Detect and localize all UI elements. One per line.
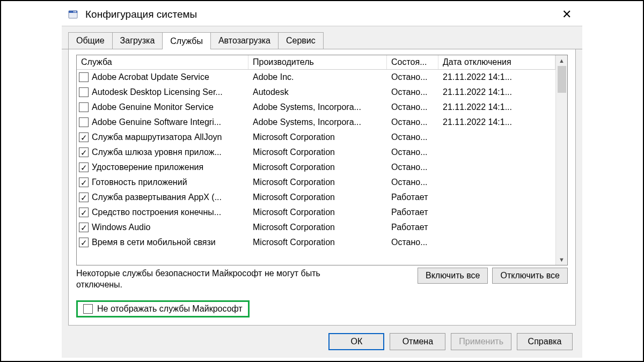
help-button[interactable]: Справка (517, 333, 573, 350)
table-row[interactable]: Autodesk Desktop Licensing Ser...Autodes… (77, 85, 555, 100)
row-checkbox[interactable]: ✓ (79, 162, 89, 172)
scroll-up-icon[interactable]: ▲ (556, 55, 567, 66)
table-row[interactable]: ✓Служба шлюза уровня прилож...Microsoft … (77, 145, 555, 160)
dialog-buttons: ОК Отмена Применить Справка (62, 326, 582, 358)
date-cell: 21.11.2022 14:1... (438, 116, 555, 128)
status-cell: Остано... (387, 146, 438, 158)
enable-all-button[interactable]: Включить все (418, 268, 488, 284)
status-cell: Остано... (387, 86, 438, 98)
tab-startup[interactable]: Автозагрузка (210, 32, 279, 49)
hide-microsoft-label: Не отображать службы Майкрософт (97, 304, 243, 314)
service-name: Время в сети мобильной связи (92, 238, 216, 247)
row-checkbox[interactable]: ✓ (79, 208, 89, 217)
row-checkbox[interactable] (79, 72, 89, 82)
window-title: Конфигурация системы (85, 9, 550, 20)
hide-microsoft-checkbox[interactable]: Не отображать службы Майкрософт (76, 300, 250, 317)
date-cell (438, 136, 555, 138)
status-cell: Остано... (387, 71, 438, 83)
tab-services[interactable]: Службы (162, 32, 211, 49)
close-button[interactable]: ✕ (557, 8, 577, 21)
titlebar: Конфигурация системы ✕ (62, 4, 582, 26)
maker-cell: Adobe Systems, Incorpora... (248, 101, 387, 113)
table-row[interactable]: Adobe Genuine Software Integri...Adobe S… (77, 115, 555, 130)
table-row[interactable]: ✓Windows AudioMicrosoft CorporationРабот… (77, 220, 555, 235)
col-header-status[interactable]: Состоя... (387, 55, 438, 69)
date-cell: 21.11.2022 14:1... (438, 86, 555, 98)
maker-cell: Microsoft Corporation (248, 206, 387, 218)
col-header-date[interactable]: Дата отключения (438, 55, 555, 69)
table-row[interactable]: ✓Удостоверение приложенияMicrosoft Corpo… (77, 160, 555, 175)
maker-cell: Adobe Inc. (248, 71, 387, 83)
table-row[interactable]: ✓Служба маршрутизатора AllJoynMicrosoft … (77, 130, 555, 145)
date-cell (438, 181, 555, 183)
service-name: Служба маршрутизатора AllJoyn (92, 132, 222, 142)
row-checkbox[interactable]: ✓ (79, 178, 89, 187)
date-cell: 21.11.2022 14:1... (438, 101, 555, 113)
date-cell (438, 151, 555, 153)
row-checkbox[interactable] (79, 117, 89, 127)
maker-cell: Microsoft Corporation (248, 221, 387, 233)
table-row[interactable]: Adobe Genuine Monitor ServiceAdobe Syste… (77, 100, 555, 115)
apply-button[interactable]: Применить (451, 333, 511, 350)
app-icon (67, 9, 79, 20)
checkbox-icon[interactable] (83, 304, 93, 314)
scroll-thumb[interactable] (558, 66, 566, 93)
svg-rect-3 (75, 11, 76, 12)
maker-cell: Adobe Systems, Incorpora... (248, 116, 387, 128)
row-checkbox[interactable]: ✓ (79, 147, 89, 157)
tabstrip: Общие Загрузка Службы Автозагрузка Серви… (62, 32, 582, 49)
security-note: Некоторые службы безопасности Майкрософт… (76, 268, 366, 291)
tab-content-services: Служба Производитель Состоя... Дата откл… (68, 49, 576, 326)
service-name: Готовность приложений (92, 178, 187, 187)
service-name: Средство построения конечны... (92, 208, 221, 217)
maker-cell: Microsoft Corporation (248, 237, 387, 248)
status-cell: Остано... (387, 116, 438, 128)
status-cell: Работает (387, 191, 438, 203)
services-rows: Adobe Acrobat Update ServiceAdobe Inc.Ос… (77, 70, 555, 265)
date-cell (438, 226, 555, 228)
cancel-button[interactable]: Отмена (390, 333, 445, 350)
tab-tools[interactable]: Сервис (278, 32, 324, 49)
maker-cell: Microsoft Corporation (248, 176, 387, 188)
status-cell: Работает (387, 221, 438, 233)
table-row[interactable]: Adobe Acrobat Update ServiceAdobe Inc.Ос… (77, 70, 555, 85)
col-header-maker[interactable]: Производитель (248, 55, 387, 69)
service-name: Autodesk Desktop Licensing Ser... (92, 87, 223, 97)
row-checkbox[interactable]: ✓ (79, 223, 89, 232)
row-checkbox[interactable]: ✓ (79, 238, 89, 247)
table-row[interactable]: ✓Время в сети мобильной связиMicrosoft C… (77, 235, 555, 250)
date-cell: 21.11.2022 14:1... (438, 71, 555, 83)
row-checkbox[interactable]: ✓ (79, 132, 89, 142)
date-cell (438, 241, 555, 243)
status-cell: Остано... (387, 161, 438, 173)
date-cell (438, 196, 555, 198)
services-listview: Служба Производитель Состоя... Дата откл… (76, 55, 568, 265)
table-row[interactable]: ✓Готовность приложенийMicrosoft Corporat… (77, 175, 555, 190)
scroll-down-icon[interactable]: ▼ (556, 254, 567, 265)
service-name: Windows Audio (92, 223, 150, 232)
tab-boot[interactable]: Загрузка (112, 32, 163, 49)
service-name: Удостоверение приложения (92, 162, 203, 172)
tab-general[interactable]: Общие (68, 32, 113, 49)
row-checkbox[interactable] (79, 102, 89, 112)
table-row[interactable]: ✓Средство построения конечны...Microsoft… (77, 205, 555, 220)
maker-cell: Autodesk (248, 86, 387, 98)
date-cell (438, 166, 555, 168)
disable-all-button[interactable]: Отключить все (492, 268, 568, 284)
table-row[interactable]: ✓Служба развертывания AppX (...Microsoft… (77, 190, 555, 205)
status-cell: Работает (387, 206, 438, 218)
svg-rect-2 (74, 11, 75, 12)
service-name: Adobe Genuine Software Integri... (92, 117, 221, 127)
maker-cell: Microsoft Corporation (248, 161, 387, 173)
service-name: Adobe Acrobat Update Service (92, 72, 209, 82)
ok-button[interactable]: ОК (328, 333, 384, 350)
row-checkbox[interactable]: ✓ (79, 193, 89, 202)
maker-cell: Microsoft Corporation (248, 191, 387, 203)
status-cell: Остано... (387, 131, 438, 143)
vertical-scrollbar[interactable]: ▲ ▼ (555, 55, 567, 265)
service-name: Служба развертывания AppX (... (92, 193, 222, 202)
status-cell: Остано... (387, 176, 438, 188)
status-cell: Остано... (387, 101, 438, 113)
col-header-service[interactable]: Служба (77, 55, 248, 69)
row-checkbox[interactable] (79, 87, 89, 97)
